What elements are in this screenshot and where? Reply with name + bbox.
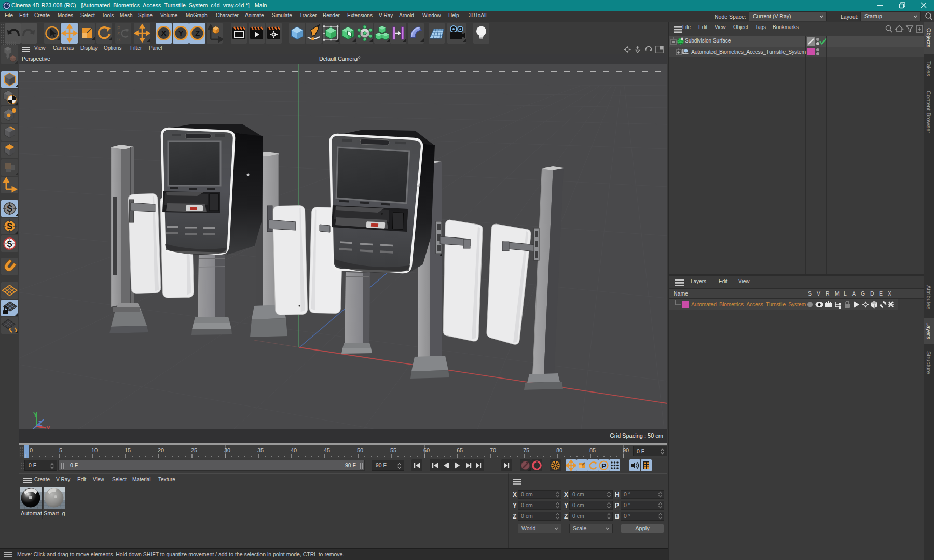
svg-text:75: 75 [523,447,529,453]
svg-text:35: 35 [257,447,264,453]
svg-text:X: X [46,425,50,429]
svg-text:60: 60 [423,447,430,453]
svg-text:Y: Y [178,29,183,37]
svg-text:25: 25 [191,447,197,453]
svg-text:S: S [7,204,12,213]
svg-text:70: 70 [490,447,496,453]
svg-text:90: 90 [623,447,629,453]
svg-text:P: P [601,462,606,470]
svg-text:10: 10 [91,447,98,453]
svg-text:45: 45 [324,447,330,453]
svg-text:20: 20 [158,447,164,453]
svg-text:5: 5 [59,447,62,453]
svg-text:Automat: Automat [21,510,42,516]
svg-text:Y: Y [33,411,37,418]
svg-text:Z: Z [195,29,200,37]
svg-text:P: P [117,25,120,31]
svg-text:40: 40 [291,447,297,453]
svg-text:R: R [117,37,121,42]
svg-text:S: S [117,31,120,36]
svg-text:Z: Z [38,420,42,427]
svg-text:55: 55 [390,447,396,453]
svg-text:X: X [161,29,166,37]
svg-text:30: 30 [224,447,230,453]
svg-text:50: 50 [357,447,363,453]
svg-text:0: 0 [30,447,33,453]
svg-text:15: 15 [125,447,131,453]
svg-text:65: 65 [457,447,463,453]
svg-text:S: S [7,222,12,231]
svg-text:S: S [7,240,12,248]
svg-text:Smart_g: Smart_g [44,510,65,516]
svg-text:85: 85 [589,447,596,453]
svg-text:80: 80 [556,447,562,453]
